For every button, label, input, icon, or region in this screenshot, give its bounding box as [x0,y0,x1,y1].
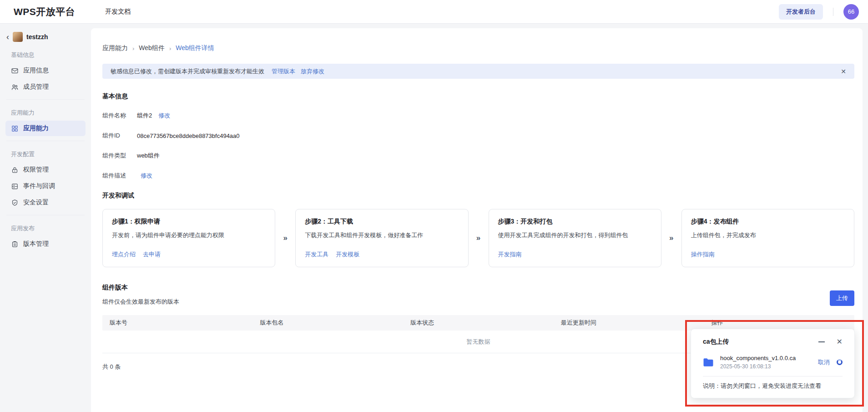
component-description-row: 组件描述 修改 [102,172,854,180]
workspace-avatar [13,32,23,42]
step-arrow-icon: » [275,209,295,267]
upload-button[interactable]: 上传 [830,290,854,306]
step-description: 下载开发工具和组件开发模板，做好准备工作 [305,231,459,239]
sidebar-item-app-capability[interactable]: 应用能力 [5,121,86,136]
step-description: 开发前，请为组件申请必要的埋点能力权限 [112,231,266,239]
sidebar-item-label: 应用能力 [23,124,49,132]
component-name-row: 组件名称 组件2 修改 [102,112,854,120]
breadcrumb-separator-icon: › [132,45,134,52]
workspace-switcher[interactable]: ‹ testzzh [0,26,91,46]
sidebar-item-label: 成员管理 [23,83,49,91]
component-version-title: 组件版本 [102,284,179,292]
tracking-intro-link[interactable]: 埋点介绍 [112,250,136,259]
shield-icon [11,199,19,207]
sidebar-item-version-management[interactable]: 版本管理 [5,236,86,252]
minimize-icon[interactable] [818,341,825,342]
column-updated-time: 最近更新时间 [554,319,704,327]
dev-tool-link[interactable]: 开发工具 [305,250,328,259]
ca-upload-dialog: ca包上传 ✕ hook_components_v1.0.0.ca 2025-0… [691,329,855,398]
server-icon [11,183,19,190]
sidebar-item-security-settings[interactable]: 安全设置 [5,195,86,210]
step-title: 步骤1：权限申请 [112,218,266,226]
sidebar-item-app-info[interactable]: 应用信息 [5,63,86,78]
sensitive-info-alert: 敏感信息已修改，需创建版本并完成审核重新发布才能生效 管理版本 放弃修改 ✕ [102,64,854,79]
step-title: 步骤4：发布组件 [691,218,845,226]
upload-file-name: hook_components_v1.0.0.ca [720,355,796,361]
breadcrumb-current: Web组件详情 [176,44,214,52]
header-divider [833,8,833,16]
cancel-upload-link[interactable]: 取消 [818,358,830,366]
basic-info-rows: 组件名称 组件2 修改 组件ID 08ce773567bce8ddebe8873… [102,112,854,180]
dialog-note: 说明：请勿关闭窗口，避免安装进度无法查看 [703,382,843,390]
developer-console-button[interactable]: 开发者后台 [779,4,823,20]
modify-name-link[interactable]: 修改 [158,112,170,120]
component-version-header: 组件版本 组件仅会生效最新发布的版本 上传 [102,284,854,306]
modify-description-link[interactable]: 修改 [141,172,152,180]
nav-dev-docs[interactable]: 开发文档 [105,8,131,16]
operation-guide-link[interactable]: 操作指南 [691,250,715,259]
version-table-header: 版本号 版本包名 版本状态 最近更新时间 操作 [102,315,854,331]
sidebar: ‹ testzzh 基础信息 应用信息 成员管理 应用能力 应用能力 开发配置 [0,24,91,412]
sidebar-item-permission-management[interactable]: 权限管理 [5,162,86,178]
loading-spinner-icon [837,359,843,365]
sidebar-divider [6,215,85,215]
wps-open-platform-app: WPS开放平台 开发文档 开发者后台 66 ‹ testzzh 基础信息 应用信… [0,0,868,412]
breadcrumb: 应用能力 › Web组件 › Web组件详情 [102,44,854,52]
step-arrow-icon: » [661,209,681,267]
step-card-4: 步骤4：发布组件 上传组件包，并完成发布 操作指南 [681,209,854,267]
sidebar-item-label: 版本管理 [23,240,49,248]
mail-icon [11,67,19,75]
step-card-1: 步骤1：权限申请 开发前，请为组件申请必要的埋点能力权限 埋点介绍 去申请 [102,209,275,267]
component-version-subtitle: 组件仅会生效最新发布的版本 [102,298,179,306]
dev-template-link[interactable]: 开发模板 [336,250,359,259]
dialog-title: ca包上传 [703,338,729,346]
back-chevron-icon[interactable]: ‹ [6,33,9,41]
workspace-name: testzzh [26,33,48,41]
upload-file-row: hook_components_v1.0.0.ca 2025-05-30 16:… [703,355,843,370]
platform-logo: WPS开放平台 [14,5,75,18]
component-id-value: 08ce773567bce8ddebe8873bfc494aa0 [137,132,240,139]
field-label: 组件ID [102,132,137,140]
discard-changes-link[interactable]: 放弃修改 [301,67,324,76]
basic-info-title: 基本信息 [102,92,854,101]
user-avatar[interactable]: 66 [843,4,859,20]
sidebar-item-label: 安全设置 [23,198,49,207]
sidebar-item-label: 事件与回调 [23,182,55,190]
step-arrow-icon: » [469,209,489,267]
step-card-2: 步骤2：工具下载 下载开发工具和组件开发模板，做好准备工作 开发工具 开发模板 [295,209,468,267]
step-description: 使用开发工具完成组件的开发和打包，得到组件包 [498,231,652,239]
component-id-row: 组件ID 08ce773567bce8ddebe8873bfc494aa0 [102,132,854,140]
sidebar-item-label: 权限管理 [23,166,49,174]
breadcrumb-web-component[interactable]: Web组件 [139,44,165,52]
sidebar-item-events-callbacks[interactable]: 事件与回调 [5,178,86,194]
sidebar-section-dev-config: 开发配置 [0,146,91,161]
folder-icon [703,357,714,367]
alert-message: 敏感信息已修改，需创建版本并完成审核重新发布才能生效 [111,67,264,76]
step-title: 步骤3：开发和打包 [498,218,652,226]
sidebar-section-app-publish: 应用发布 [0,220,91,235]
breadcrumb-separator-icon: › [169,45,171,52]
component-type-row: 组件类型 web组件 [102,152,854,160]
sidebar-section-app-capability: 应用能力 [0,104,91,120]
sidebar-divider [6,141,85,141]
field-label: 组件名称 [102,112,137,120]
component-type-value: web组件 [137,152,160,160]
sidebar-divider [6,99,85,100]
column-actions: 操作 [704,319,854,327]
upload-file-time: 2025-05-30 16:08:13 [720,363,796,370]
step-description: 上传组件包，并完成发布 [691,231,845,239]
dev-guide-link[interactable]: 开发指南 [498,250,522,259]
manage-version-link[interactable]: 管理版本 [272,67,295,76]
column-version-number: 版本号 [102,319,253,327]
close-icon[interactable]: ✕ [837,338,843,346]
grid-icon [11,125,19,132]
breadcrumb-app-capability[interactable]: 应用能力 [102,44,128,52]
alert-close-icon[interactable]: ✕ [841,68,846,75]
field-label: 组件类型 [102,152,137,160]
step-card-3: 步骤3：开发和打包 使用开发工具完成组件的开发和打包，得到组件包 开发指南 [489,209,661,267]
sidebar-section-basic-info: 基础信息 [0,46,91,62]
go-apply-link[interactable]: 去申请 [143,250,161,259]
top-header: WPS开放平台 开发文档 开发者后台 66 [0,0,868,24]
sidebar-item-member-management[interactable]: 成员管理 [5,79,86,95]
dialog-divider [703,376,843,376]
